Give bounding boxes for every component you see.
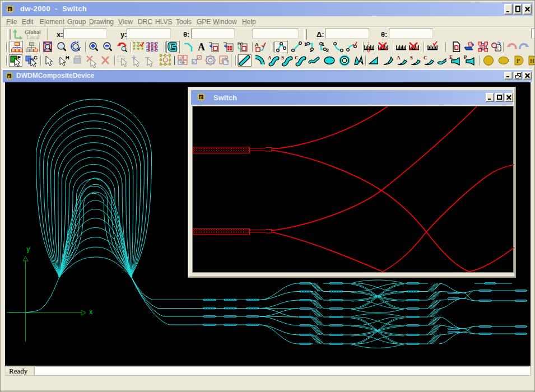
svg-text:C: C — [424, 55, 427, 60]
svg-text:A: A — [198, 41, 205, 53]
svg-text:S: S — [410, 55, 413, 60]
svg-text:x: x — [89, 308, 93, 316]
svg-text:H: H — [530, 58, 534, 64]
svg-text:y: y — [26, 245, 30, 253]
svg-text:S: S — [281, 55, 284, 60]
svg-text:G: G — [34, 55, 38, 60]
svg-text:E: E — [449, 54, 453, 60]
svg-text:A: A — [397, 55, 401, 60]
svg-text:C: C — [295, 55, 299, 60]
svg-text:A: A — [255, 42, 259, 48]
svg-text:E: E — [17, 55, 21, 60]
svg-text:H: H — [66, 55, 69, 60]
svg-text:P: P — [517, 58, 520, 64]
svg-text:P: P — [464, 54, 467, 60]
svg-text:A: A — [268, 55, 272, 60]
svg-text:2: 2 — [326, 48, 329, 53]
svg-text:e: e — [8, 6, 11, 12]
svg-text:e: e — [199, 94, 202, 100]
svg-text:PC: PC — [238, 42, 243, 46]
svg-text:e: e — [8, 73, 10, 79]
